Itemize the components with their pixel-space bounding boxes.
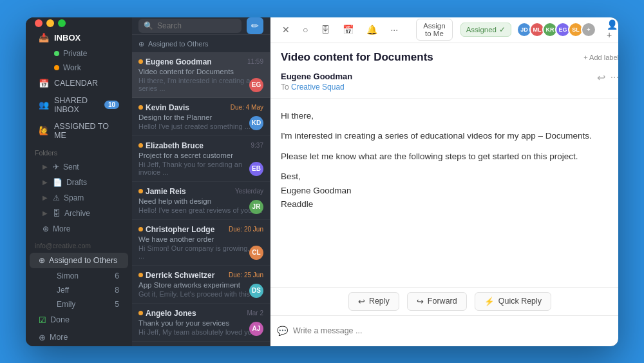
more-label: More — [53, 224, 70, 233]
sidebar-item-more-folders[interactable]: ⊕ More — [30, 222, 128, 236]
bell-icon[interactable]: 🔔 — [364, 22, 380, 37]
sidebar-item-more[interactable]: ⊕ More — [30, 329, 128, 346]
email-item[interactable]: Christopher Lodge Due: 20 Jun We have an… — [132, 220, 270, 266]
spam-icon: ⚠ — [53, 193, 60, 202]
email-subject: Need help with design — [138, 197, 263, 205]
email-item[interactable]: Eugene Goodman 11:59 Video content for D… — [132, 52, 270, 98]
sidebar: 📥 INBOX Private Work 📅 CALENDAR 👥 SHARED… — [26, 17, 132, 346]
circle-icon[interactable]: ○ — [300, 22, 310, 37]
calendar-label: CALENDAR — [54, 79, 98, 88]
email-subject: Video content for Documents — [138, 68, 263, 75]
forward-button[interactable]: ↪ Forward — [407, 292, 467, 311]
action-buttons: ↩ Reply ↪ Forward ⚡ Quick Reply — [270, 287, 618, 315]
quick-reply-button[interactable]: ⚡ Quick Reply — [475, 292, 551, 311]
email-item[interactable]: Angelo Jones Mar 2 Thank you for your se… — [132, 304, 270, 342]
email-from: Eugene Goodman — [281, 72, 352, 81]
private-dot — [54, 51, 59, 56]
sidebar-item-sent[interactable]: ▶ ✈ Sent — [30, 160, 128, 174]
more-meta-icon[interactable]: ··· — [611, 72, 618, 84]
drafts-icon: 📄 — [53, 178, 62, 187]
calendar-detail-icon[interactable]: 📅 — [340, 22, 356, 37]
sidebar-item-shared-inbox[interactable]: 👥 SHARED INBOX 10 — [30, 93, 128, 117]
sidebar-item-private[interactable]: Private — [30, 47, 128, 60]
minimize-button[interactable] — [46, 19, 54, 27]
email-preview: Hi Jeff, Thank you for sending an invoic… — [138, 161, 263, 176]
emily-name: Emily — [57, 300, 75, 309]
email-list: 🔍 ✏ ⊕ Assigned to Others Eugene Goodman … — [132, 17, 270, 346]
detail-subject: Video content for Documents — [281, 51, 433, 64]
unread-dot — [138, 189, 143, 193]
sidebar-item-archive[interactable]: ▶ 🗄 Archive — [30, 206, 128, 221]
more-dots-icon: ⊕ — [39, 333, 46, 342]
search-input[interactable] — [157, 21, 236, 30]
email-body: Hi there, I'm interested in creating a s… — [270, 99, 618, 287]
email-list-header: 🔍 ✏ — [132, 17, 270, 35]
email-item[interactable]: Derrick Schweitzer Due: 25 Jun App Store… — [132, 266, 270, 304]
email-time: 9:37 — [251, 142, 263, 149]
reply-button[interactable]: ↩ Reply — [348, 292, 399, 311]
message-input[interactable] — [293, 326, 618, 335]
sidebar-item-inbox[interactable]: 📥 INBOX — [30, 30, 128, 46]
more-icon: ⊕ — [43, 224, 49, 233]
sidebar-item-done[interactable]: ☑ Done — [30, 312, 128, 328]
sidebar-item-spam[interactable]: ▶ ⚠ Spam — [30, 191, 128, 205]
sidebar-item-work[interactable]: Work — [30, 61, 128, 74]
add-label-button[interactable]: + Add label — [583, 54, 618, 61]
close-detail-icon[interactable]: ✕ — [279, 22, 292, 37]
sidebar-item-drafts[interactable]: ▶ 📄 Drafts — [30, 175, 128, 190]
to-link[interactable]: Creative Squad — [291, 83, 345, 92]
email-subject: App Store artworks experiment — [138, 281, 263, 289]
reply-icon[interactable]: ↩ — [597, 72, 605, 84]
email-preview: Got it, Emily. Let's proceed with this .… — [138, 290, 263, 298]
email-time: 11:59 — [247, 58, 263, 65]
add-person-icon[interactable]: 👤+ — [604, 17, 618, 43]
email-preview: Hi Jeff, My team absolutely loved yo ... — [138, 328, 263, 336]
calendar-icon: 📅 — [39, 79, 49, 88]
email-item[interactable]: Elizabeth Bruce 9:37 Project for a secre… — [132, 136, 270, 182]
jeff-badge: 8 — [115, 286, 119, 295]
forward-btn-icon: ↪ — [417, 297, 424, 306]
body-signature: Best,Eugene GoodmanReaddle — [281, 170, 618, 211]
email-sender: Christopher Lodge — [138, 225, 214, 234]
email-item[interactable]: Jamie Reis Yesterday Need help with desi… — [132, 182, 270, 220]
emily-badge: 5 — [115, 300, 119, 309]
close-button[interactable] — [35, 19, 43, 27]
sidebar-item-assigned-others[interactable]: ⊕ Assigned to Others — [30, 253, 128, 268]
sidebar-assignee-emily[interactable]: Emily 5 — [30, 298, 128, 311]
search-box[interactable]: 🔍 — [138, 19, 242, 33]
drafts-label: Drafts — [66, 178, 87, 187]
sidebar-assignee-jeff[interactable]: Jeff 8 — [30, 284, 128, 297]
avatar: EG — [249, 78, 263, 92]
compose-button[interactable]: ✏ — [247, 17, 263, 34]
sidebar-item-calendar[interactable]: 📅 CALENDAR — [30, 75, 128, 92]
email-item[interactable]: Kevin Davis Due: 4 May Design for the Pl… — [132, 98, 270, 136]
sent-label: Sent — [63, 162, 79, 172]
assigned-others-group-label: Assigned to Others — [148, 40, 209, 48]
email-detail: ✕ ○ 🗄 📅 🔔 ··· Assign to Me Assigned ✓ JD… — [270, 17, 618, 346]
sidebar-item-assigned-to-me[interactable]: 🙋 ASSIGNED TO ME — [30, 119, 128, 143]
email-meta: Eugene Goodman To Creative Squad ↩ ··· — [270, 68, 618, 99]
maximize-button[interactable] — [58, 19, 66, 27]
work-label: Work — [63, 63, 81, 72]
sidebar-assignee-simon[interactable]: Simon 6 — [30, 270, 128, 282]
assign-me-button[interactable]: Assign to Me — [416, 19, 453, 41]
avatar: EB — [249, 162, 263, 176]
email-sender: Angelo Jones — [138, 309, 196, 318]
body-question: Please let me know what are the followin… — [281, 150, 618, 164]
more-options-icon[interactable]: ··· — [388, 22, 401, 37]
inbox-icon: 📥 — [39, 33, 49, 43]
assigned-others-group-icon: ⊕ — [138, 40, 144, 48]
avatar-group: JDMLKREGSL+ — [519, 22, 596, 37]
email-item[interactable]: Konstantine Berger Mar 2 Do you have ope… — [132, 342, 270, 346]
spam-label: Spam — [64, 193, 84, 202]
email-time: Due: 20 Jun — [229, 226, 263, 233]
email-time: Mar 2 — [247, 309, 263, 317]
avatar: + — [581, 22, 596, 37]
assigned-others-header: ⊕ Assigned to Others — [132, 35, 270, 52]
sent-arrow: ▶ — [43, 163, 48, 170]
email-preview: Hello! I've seen great reviews of your .… — [138, 206, 263, 214]
more-bottom-label: More — [50, 333, 68, 342]
reply-btn-icon: ↩ — [358, 297, 365, 306]
archive-detail-icon[interactable]: 🗄 — [318, 22, 332, 37]
email-subject: Thank you for your services — [138, 319, 263, 327]
